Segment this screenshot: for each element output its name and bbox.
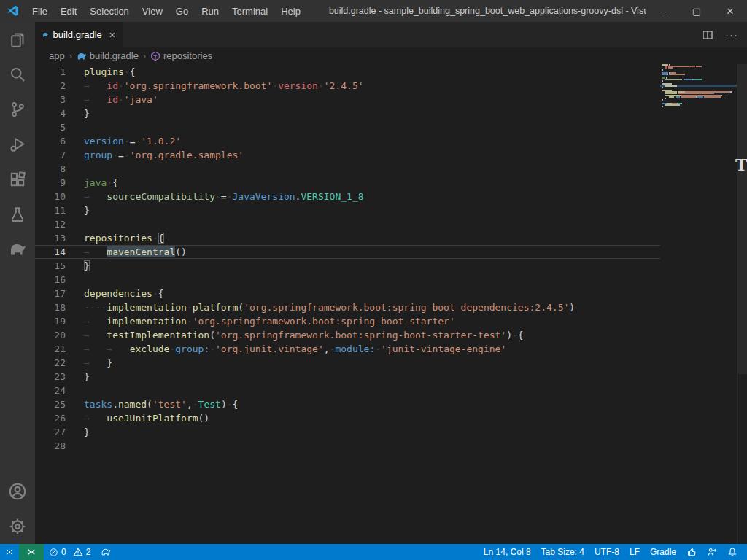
- code-line[interactable]: 1plugins·{: [35, 65, 660, 79]
- eol-selector[interactable]: LF: [624, 544, 645, 560]
- line-number: 23: [35, 370, 66, 384]
- cursor-position[interactable]: Ln 14, Col 8: [479, 544, 536, 560]
- code-line[interactable]: 19→ implementation·'org.springframework.…: [35, 314, 660, 328]
- notifications-bell-icon[interactable]: [722, 544, 743, 560]
- minimize-button[interactable]: –: [646, 0, 680, 22]
- language-mode[interactable]: Gradle: [645, 544, 681, 560]
- line-number: 5: [35, 120, 66, 134]
- code-line[interactable]: 8: [35, 162, 660, 176]
- tab-label: build.gradle: [53, 29, 102, 40]
- line-number: 16: [35, 273, 66, 287]
- menu-terminal[interactable]: Terminal: [225, 4, 274, 19]
- menu-file[interactable]: File: [26, 4, 54, 19]
- code-line[interactable]: 5: [35, 120, 660, 134]
- menu-edit[interactable]: Edit: [54, 4, 83, 19]
- minimap[interactable]: [660, 64, 737, 544]
- breadcrumb-separator: ›: [142, 51, 147, 61]
- line-number: 26: [35, 411, 66, 425]
- code-text: }: [84, 425, 90, 439]
- line-number: 10: [35, 190, 66, 203]
- code-line[interactable]: 6version·=·'1.0.2': [35, 134, 660, 148]
- code-line[interactable]: 17dependencies·{: [35, 287, 660, 300]
- editor-scrollbar[interactable]: [737, 64, 747, 544]
- code-line[interactable]: 15}: [35, 259, 660, 273]
- explorer-icon[interactable]: [0, 22, 35, 57]
- code-line[interactable]: 22→ }: [35, 356, 660, 370]
- settings-gear-icon[interactable]: [0, 509, 35, 544]
- breadcrumb-app[interactable]: app: [49, 50, 65, 61]
- menu-help[interactable]: Help: [274, 4, 307, 19]
- window-title: build.gradle - sample_building_spring_bo…: [307, 6, 646, 16]
- line-number: 21: [35, 342, 66, 356]
- gradle-icon[interactable]: [0, 232, 35, 267]
- tab-close-icon[interactable]: ×: [109, 29, 115, 41]
- maximize-button[interactable]: ▢: [680, 0, 713, 22]
- code-line[interactable]: 20→ testImplementation('org.springframew…: [35, 328, 660, 342]
- code-line[interactable]: 10→ sourceCompatibility·=·JavaVersion.VE…: [35, 190, 660, 203]
- code-line[interactable]: 27}: [35, 425, 660, 439]
- gradle-elephant-icon: [42, 29, 49, 40]
- code-line[interactable]: 18····implementation·platform('org.sprin…: [35, 300, 660, 314]
- status-x-icon[interactable]: [0, 544, 19, 560]
- code-line[interactable]: 4}: [35, 106, 660, 120]
- code-text: → testImplementation('org.springframewor…: [84, 328, 524, 342]
- symbol-cube-icon: [150, 51, 160, 61]
- problems-indicator[interactable]: 0 2: [44, 544, 96, 560]
- code-line[interactable]: 24: [35, 384, 660, 397]
- code-lines[interactable]: 1plugins·{2→ id·'org.springframework.boo…: [35, 65, 660, 453]
- accounts-icon[interactable]: [0, 474, 35, 509]
- gradle-status-icon[interactable]: [96, 544, 116, 560]
- line-number: 19: [35, 314, 66, 328]
- close-button[interactable]: ✕: [713, 0, 747, 22]
- code-line[interactable]: 23}: [35, 370, 660, 384]
- split-editor-icon[interactable]: [702, 29, 713, 41]
- code-line[interactable]: 13repositories·{: [35, 231, 660, 245]
- more-actions-icon[interactable]: ···: [725, 28, 738, 41]
- line-number: 15: [35, 259, 66, 273]
- line-number: 3: [35, 93, 66, 106]
- remote-indicator[interactable]: [19, 544, 44, 560]
- code-line[interactable]: 16: [35, 273, 660, 287]
- source-control-icon[interactable]: [0, 92, 35, 127]
- menu-run[interactable]: Run: [195, 4, 225, 19]
- code-text: plugins·{: [84, 65, 135, 79]
- code-line[interactable]: 9java·{: [35, 176, 660, 190]
- tab-size[interactable]: Tab Size: 4: [536, 544, 589, 560]
- share-person-icon[interactable]: [702, 544, 722, 560]
- code-line[interactable]: 3→ id·'java': [35, 93, 660, 106]
- feedback-thumbsup-icon[interactable]: [681, 544, 702, 560]
- code-text: → implementation·'org.springframework.bo…: [84, 314, 455, 328]
- code-line[interactable]: 12: [35, 217, 660, 231]
- code-line[interactable]: 26→ useJUnitPlatform(): [35, 411, 660, 425]
- tab-build-gradle[interactable]: build.gradle ×: [35, 22, 123, 47]
- code-line[interactable]: 2→ id·'org.springframework.boot'·version…: [35, 79, 660, 93]
- gradle-elephant-icon: [77, 51, 87, 61]
- breadcrumb-build-gradle[interactable]: build.gradle: [77, 50, 139, 61]
- run-and-debug-icon[interactable]: [0, 127, 35, 162]
- code-line[interactable]: 14→ mavenCentral(): [35, 245, 660, 259]
- menu-selection[interactable]: Selection: [83, 4, 135, 19]
- code-line[interactable]: 25tasks.named('test',·Test)·{: [35, 397, 660, 411]
- warning-count: 2: [86, 547, 91, 557]
- line-number: 4: [35, 106, 66, 120]
- code-line[interactable]: 7group·=·'org.gradle.samples': [35, 148, 660, 162]
- breadcrumb-repositories[interactable]: repositories: [150, 50, 212, 61]
- code-text: → id·'java': [84, 93, 158, 106]
- extensions-icon[interactable]: [0, 162, 35, 197]
- scrollbar-slider[interactable]: [738, 64, 747, 374]
- testing-icon[interactable]: [0, 197, 35, 232]
- error-count: 0: [61, 547, 66, 557]
- vscode-logo-icon: [7, 4, 20, 18]
- search-icon[interactable]: [0, 57, 35, 92]
- menu-go[interactable]: Go: [169, 4, 195, 19]
- menu-view[interactable]: View: [136, 4, 169, 19]
- code-text: → id·'org.springframework.boot'·version·…: [84, 79, 364, 93]
- code-line[interactable]: 21→ → exclude·group:·'org.junit.vintage'…: [35, 342, 660, 356]
- code-text: }: [84, 259, 90, 273]
- line-number: 25: [35, 397, 66, 411]
- code-text: → mavenCentral(): [84, 245, 187, 259]
- code-line[interactable]: 28: [35, 439, 660, 453]
- code-line[interactable]: 11}: [35, 203, 660, 217]
- encoding[interactable]: UTF-8: [589, 544, 624, 560]
- code-editor[interactable]: 1plugins·{2→ id·'org.springframework.boo…: [35, 64, 747, 544]
